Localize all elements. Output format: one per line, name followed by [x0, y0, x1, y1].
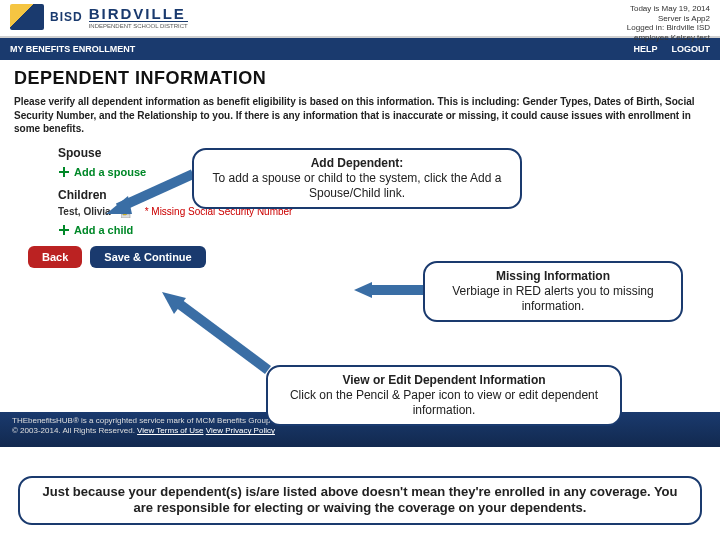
callout-add-dependent-body: To add a spouse or child to the system, … [213, 171, 502, 200]
callout-missing-info-body: Verbiage in RED alerts you to missing in… [452, 284, 653, 313]
footer-copyright2: © 2003-2014. All Rights Reserved. [12, 426, 135, 435]
callout-view-edit-title: View or Edit Dependent Information [342, 373, 545, 387]
page-title: DEPENDENT INFORMATION [14, 68, 706, 89]
brand-main: BIRDVILLE INDEPENDENT SCHOOL DISTRICT [89, 6, 188, 29]
brand-text: BISD [50, 10, 83, 24]
footer-privacy-link[interactable]: View Privacy Policy [206, 426, 275, 435]
brand-subtitle: INDEPENDENT SCHOOL DISTRICT [89, 21, 188, 29]
plus-icon [58, 166, 70, 178]
nav-logout[interactable]: LOGOUT [672, 44, 711, 54]
add-child-label: Add a child [74, 224, 133, 236]
meta-server: Server is App2 [627, 14, 710, 24]
meta-date: Today is May 19, 2014 [627, 4, 710, 14]
footer-terms-link[interactable]: View Terms of Use [137, 426, 203, 435]
meta-user: employee Kelsey test [627, 33, 710, 43]
back-button[interactable]: Back [28, 246, 82, 268]
nav-help[interactable]: HELP [633, 44, 657, 54]
logo-icon [10, 4, 44, 30]
logo-group: BISD BIRDVILLE INDEPENDENT SCHOOL DISTRI… [10, 4, 188, 30]
callout-view-edit-body: Click on the Pencil & Paper icon to view… [290, 388, 598, 417]
svg-rect-4 [59, 229, 69, 231]
brand-name: BIRDVILLE [89, 6, 188, 21]
session-meta: Today is May 19, 2014 Server is App2 Log… [627, 4, 710, 42]
arrow-to-add-link [98, 166, 198, 216]
svg-rect-1 [59, 171, 69, 173]
arrow-to-pencil [156, 290, 276, 376]
instructions: Please verify all dependent information … [14, 95, 706, 136]
meta-loggedin: Logged in: Birdville ISD [627, 23, 710, 33]
header: BISD BIRDVILLE INDEPENDENT SCHOOL DISTRI… [0, 0, 720, 38]
brand-bisd-small: BISD [50, 10, 83, 24]
save-continue-button[interactable]: Save & Continue [90, 246, 205, 268]
plus-icon [58, 224, 70, 236]
arrow-to-missing [350, 280, 430, 300]
callout-enrollment-note-text: Just because your dependent(s) is/are li… [43, 484, 678, 515]
nav-my-benefits[interactable]: MY BENEFITS ENROLLMENT [10, 44, 135, 54]
callout-view-edit: View or Edit Dependent Information Click… [266, 365, 622, 426]
callout-add-dependent-title: Add Dependent: [311, 156, 404, 170]
callout-add-dependent: Add Dependent: To add a spouse or child … [192, 148, 522, 209]
navbar: MY BENEFITS ENROLLMENT HELP LOGOUT [0, 38, 720, 60]
add-child-link[interactable]: Add a child [58, 224, 706, 236]
callout-enrollment-note: Just because your dependent(s) is/are li… [18, 476, 702, 525]
callout-missing-info: Missing Information Verbiage in RED aler… [423, 261, 683, 322]
callout-missing-info-title: Missing Information [496, 269, 610, 283]
